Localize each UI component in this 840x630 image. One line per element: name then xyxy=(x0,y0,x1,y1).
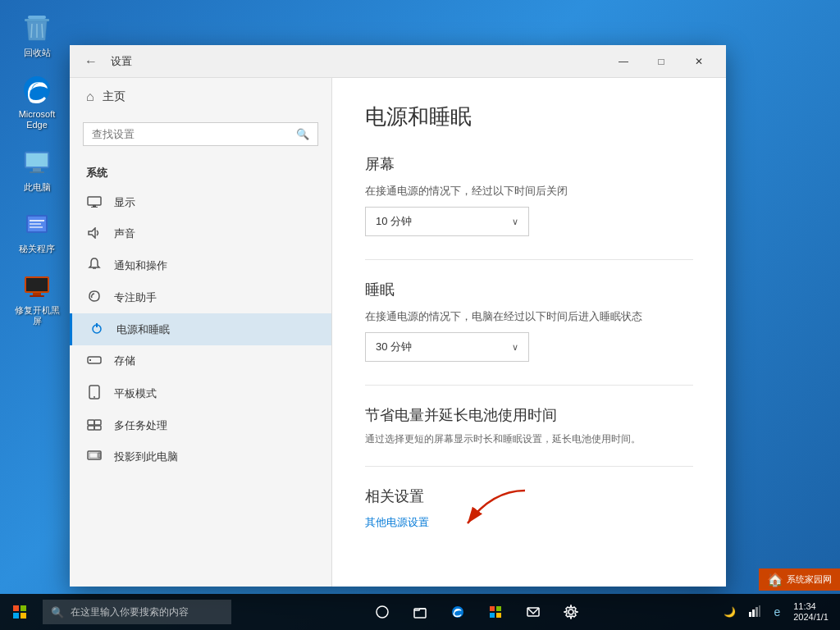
taskbar-mail[interactable] xyxy=(515,594,551,630)
taskbar-task-view[interactable] xyxy=(364,594,400,630)
watermark-text: 系统家园网 xyxy=(787,573,832,586)
tray-edge2[interactable]: e xyxy=(769,602,785,622)
screen-heading: 屏幕 xyxy=(365,154,693,174)
search-icon: 🔍 xyxy=(296,128,309,140)
secret-label: 秘关程序 xyxy=(19,244,55,254)
other-power-settings-link[interactable]: 其他电源设置 xyxy=(365,516,429,528)
edge-label: Microsoft Edge xyxy=(11,109,62,130)
multitask-icon xyxy=(86,419,103,433)
sidebar-sound-label: 声音 xyxy=(114,226,135,241)
taskbar-settings[interactable] xyxy=(553,594,589,630)
svg-rect-36 xyxy=(89,453,98,458)
sidebar-item-power[interactable]: 电源和睡眠 xyxy=(70,313,331,345)
desktop-icons: 回收站 Microsoft Edge 此电脑 xyxy=(8,8,66,330)
focus-icon xyxy=(86,290,103,305)
sidebar-display-label: 显示 xyxy=(114,195,135,210)
minimize-button[interactable]: — xyxy=(605,48,642,75)
divider-1 xyxy=(365,259,693,260)
desktop-icon-computer[interactable]: 此电脑 xyxy=(8,143,66,196)
sidebar-tablet-label: 平板模式 xyxy=(114,386,157,401)
svg-line-2 xyxy=(31,24,32,38)
sidebar-multitask-label: 多任务处理 xyxy=(114,418,167,433)
sidebar-item-tablet[interactable]: 平板模式 xyxy=(70,377,331,410)
home-label: 主页 xyxy=(103,89,126,104)
taskbar-file-explorer[interactable] xyxy=(402,594,438,630)
sleep-dropdown[interactable]: 30 分钟 ∨ xyxy=(365,332,529,362)
sidebar-item-focus[interactable]: 专注助手 xyxy=(70,281,331,313)
sidebar-item-multitask[interactable]: 多任务处理 xyxy=(70,410,331,441)
sidebar-item-storage[interactable]: 存储 xyxy=(70,345,331,377)
svg-rect-52 xyxy=(752,609,755,617)
svg-rect-16 xyxy=(26,278,48,291)
maximize-button[interactable]: □ xyxy=(642,48,680,75)
taskbar-store[interactable] xyxy=(477,594,514,630)
fix-icon xyxy=(21,269,53,302)
svg-rect-53 xyxy=(756,607,758,617)
desktop-icon-fix[interactable]: 修复开机黑屏 xyxy=(8,266,66,330)
sidebar-power-label: 电源和睡眠 xyxy=(116,322,170,337)
sidebar-item-sound[interactable]: 声音 xyxy=(70,218,331,249)
titlebar: ← 设置 — □ ✕ xyxy=(70,45,726,78)
taskbar-tray: 🌙 e 11:34 2024/1/1 xyxy=(719,598,840,626)
svg-rect-48 xyxy=(496,613,501,618)
screen-dropdown-value: 10 分钟 xyxy=(376,214,412,229)
svg-rect-39 xyxy=(21,605,26,611)
svg-rect-8 xyxy=(33,168,41,171)
desktop-icon-recycle[interactable]: 回收站 xyxy=(8,8,66,62)
page-title: 电源和睡眠 xyxy=(365,103,693,131)
tray-network[interactable] xyxy=(744,602,765,623)
svg-point-50 xyxy=(568,609,573,614)
related-section: 相关设置 其他电源设置 xyxy=(365,486,693,530)
computer-label: 此电脑 xyxy=(24,182,51,193)
screen-section: 屏幕 在接通电源的情况下，经过以下时间后关闭 10 分钟 ∨ xyxy=(365,154,693,236)
sidebar-item-notification[interactable]: 通知和操作 xyxy=(70,249,331,281)
divider-2 xyxy=(365,385,693,386)
svg-rect-12 xyxy=(30,220,44,221)
svg-rect-45 xyxy=(490,606,495,611)
svg-rect-47 xyxy=(490,613,495,618)
back-button[interactable]: ← xyxy=(78,51,104,72)
watermark-icon: 🏠 xyxy=(767,572,783,587)
sidebar-item-display[interactable]: 显示 xyxy=(70,187,331,218)
taskbar-search-icon: 🔍 xyxy=(51,606,64,619)
close-button[interactable]: ✕ xyxy=(680,48,718,75)
search-box[interactable]: 🔍 xyxy=(83,122,318,146)
desktop-icon-secret[interactable]: 秘关程序 xyxy=(8,204,66,258)
svg-rect-17 xyxy=(33,293,41,295)
desktop: 回收站 Microsoft Edge 此电脑 xyxy=(0,0,840,630)
watermark: 🏠 系统家园网 xyxy=(759,568,840,591)
svg-point-42 xyxy=(377,606,388,618)
tray-moon[interactable]: 🌙 xyxy=(719,603,741,621)
battery-desc: 通过选择更短的屏幕显示时长和睡眠设置，延长电池使用时间。 xyxy=(365,431,693,446)
svg-rect-31 xyxy=(94,420,101,425)
notification-icon xyxy=(86,258,103,273)
start-button[interactable] xyxy=(0,594,39,630)
svg-rect-19 xyxy=(88,197,101,205)
svg-point-5 xyxy=(24,76,50,103)
sidebar-item-project[interactable]: 投影到此电脑 xyxy=(70,441,331,472)
taskbar-search-text: 在这里输入你要搜索的内容 xyxy=(71,605,189,619)
svg-rect-32 xyxy=(88,426,94,430)
svg-rect-35 xyxy=(98,453,100,458)
search-input[interactable] xyxy=(92,128,291,140)
svg-rect-20 xyxy=(93,205,96,207)
taskbar-edge[interactable] xyxy=(440,594,476,630)
battery-section: 节省电量并延长电池使用时间 通过选择更短的屏幕显示时长和睡眠设置，延长电池使用时… xyxy=(365,405,693,446)
main-content: 电源和睡眠 屏幕 在接通电源的情况下，经过以下时间后关闭 10 分钟 ∨ 睡眠 … xyxy=(332,78,726,587)
sidebar-focus-label: 专注助手 xyxy=(114,290,157,305)
svg-rect-33 xyxy=(94,426,101,430)
sidebar: ⌂ 主页 🔍 系统 显示 xyxy=(70,78,332,587)
power-icon xyxy=(89,322,105,337)
sidebar-notification-label: 通知和操作 xyxy=(114,258,167,273)
related-title: 相关设置 xyxy=(365,486,693,506)
battery-title: 节省电量并延长电池使用时间 xyxy=(365,405,693,425)
sleep-section: 睡眠 在接通电源的情况下，电脑在经过以下时间后进入睡眠状态 30 分钟 ∨ xyxy=(365,280,693,362)
desktop-icon-edge[interactable]: Microsoft Edge xyxy=(8,70,66,134)
screen-dropdown[interactable]: 10 分钟 ∨ xyxy=(365,207,529,236)
sidebar-home[interactable]: ⌂ 主页 xyxy=(70,78,331,116)
svg-rect-1 xyxy=(25,19,49,21)
taskbar-search[interactable]: 🔍 在这里输入你要搜索的内容 xyxy=(43,600,231,624)
sleep-dropdown-arrow: ∨ xyxy=(512,342,518,353)
svg-rect-41 xyxy=(21,613,26,619)
svg-rect-54 xyxy=(759,605,760,617)
